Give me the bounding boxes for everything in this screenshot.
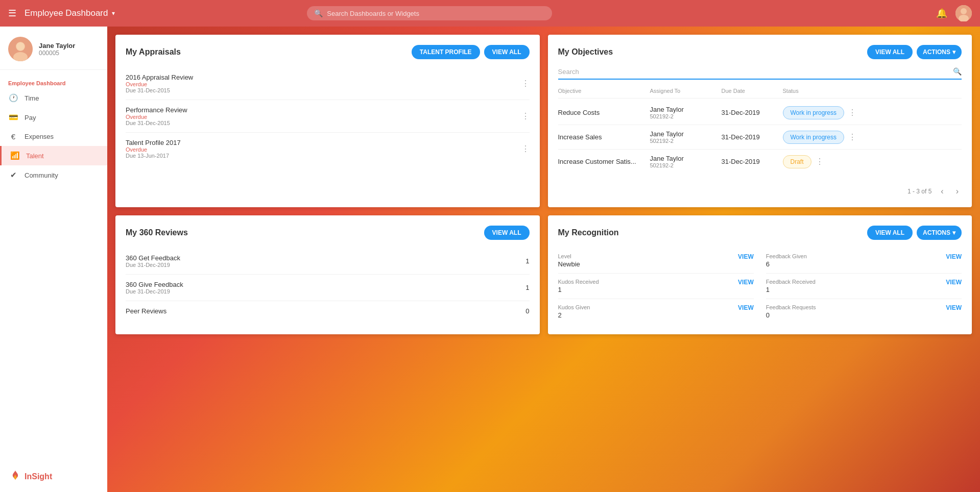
review-row-2: Peer Reviews 0 [126, 301, 530, 321]
kudos-received-value: 1 [558, 286, 599, 293]
status-badge-1: Work in progress [783, 131, 844, 144]
recognition-actions-button[interactable]: ACTIONS ▾ [917, 226, 962, 240]
search-input[interactable] [327, 10, 545, 17]
search-bar: 🔍 [307, 6, 552, 20]
recognition-view-all-button[interactable]: VIEW ALL [867, 226, 913, 240]
objective-due-1: 31-Dec-2019 [722, 133, 783, 141]
recognition-level: Level Newbie VIEW [558, 248, 754, 274]
sidebar-item-community[interactable]: ✔ Community [0, 165, 107, 185]
objectives-actions-button[interactable]: ACTIONS ▾ [917, 45, 962, 59]
talent-profile-button[interactable]: TALENT PROFILE [412, 45, 480, 59]
appraisal-status-1: Overdue [126, 114, 187, 120]
objectives-row-1: Increase Sales Jane Taylor 502192-2 31-D… [558, 125, 962, 150]
feedback-requests-view-link[interactable]: VIEW [946, 304, 962, 311]
objectives-table-header: Objective Assigned To Due Date Status [558, 88, 962, 99]
bell-icon[interactable]: 🔔 [936, 8, 947, 19]
review-name-2: Peer Reviews [126, 307, 166, 315]
svg-point-1 [961, 8, 967, 14]
review-item-2: Peer Reviews [126, 307, 166, 315]
reviews360-view-all-button[interactable]: VIEW ALL [484, 226, 530, 240]
assignee-name-1: Jane Taylor [650, 130, 722, 138]
recognition-feedback-requests-row: Feedback Requests 0 VIEW [766, 304, 962, 319]
objective-assignee-1: Jane Taylor 502192-2 [650, 130, 722, 144]
pagination-next-button[interactable]: › [953, 186, 962, 197]
objectives-actions-label: ACTIONS [923, 48, 950, 56]
reviews360-title: My 360 Reviews [126, 228, 188, 237]
recognition-feedback-received: Feedback Received 1 VIEW [766, 274, 962, 299]
sidebar-item-time[interactable]: 🕐 Time [0, 88, 107, 108]
recognition-kudos-received-row: Kudos Received 1 VIEW [558, 279, 754, 293]
appraisal-menu-0[interactable]: ⋮ [521, 79, 530, 88]
sidebar-user: Jane Taylor 000005 [0, 27, 107, 70]
sidebar-item-talent[interactable]: 📶 Talent [0, 146, 107, 165]
appraisals-card: My Appraisals TALENT PROFILE VIEW ALL 20… [115, 35, 540, 207]
level-view-link[interactable]: VIEW [738, 253, 754, 260]
appraisals-view-all-button[interactable]: VIEW ALL [484, 45, 530, 59]
objective-name-0: Reduce Costs [558, 109, 650, 116]
appraisal-item-0: 2016 Appraisal Review Overdue Due 31-Dec… [126, 73, 193, 93]
feedback-received-view-link[interactable]: VIEW [946, 279, 962, 286]
objective-menu-0[interactable]: ⋮ [848, 108, 856, 117]
recognition-feedback-given-row: Feedback Given 6 VIEW [766, 253, 962, 268]
sidebar-item-expenses[interactable]: € Expenses [0, 127, 107, 146]
menu-icon[interactable]: ☰ [8, 8, 16, 19]
level-value: Newbie [558, 260, 580, 268]
assignee-id-2: 502192-2 [650, 162, 722, 168]
sidebar-item-label-talent: Talent [26, 152, 44, 160]
sidebar-item-pay[interactable]: 💳 Pay [0, 108, 107, 127]
logo-text: InSight [25, 472, 52, 481]
kudos-received-label: Kudos Received [558, 279, 599, 285]
recognition-feedback-given: Feedback Given 6 VIEW [766, 248, 962, 274]
pagination-prev-button[interactable]: ‹ [938, 186, 946, 197]
objectives-search-icon: 🔍 [953, 67, 962, 76]
status-badge-2: Draft [783, 155, 811, 168]
user-avatar[interactable] [955, 5, 972, 21]
objectives-search-input[interactable] [558, 68, 953, 76]
objective-assignee-2: Jane Taylor 502192-2 [650, 155, 722, 168]
feedback-received-label: Feedback Received [766, 279, 816, 285]
appraisal-status-0: Overdue [126, 81, 193, 87]
recognition-kudos-received-info: Kudos Received 1 [558, 279, 599, 293]
review-item-0: 360 Get Feedback Due 31-Dec-2019 [126, 254, 180, 268]
sidebar-avatar [8, 37, 33, 61]
appraisal-name-0: 2016 Appraisal Review [126, 73, 193, 81]
objective-status-1: Work in progress ⋮ [783, 131, 962, 144]
sidebar-user-info: Jane Taylor 000005 [39, 42, 75, 57]
objectives-view-all-button[interactable]: VIEW ALL [867, 45, 913, 59]
col-header-objective: Objective [558, 88, 650, 94]
objective-menu-1[interactable]: ⋮ [848, 132, 856, 142]
kudos-received-view-link[interactable]: VIEW [738, 279, 754, 286]
col-header-status: Status [783, 88, 962, 94]
appraisal-menu-2[interactable]: ⋮ [521, 144, 530, 154]
appraisal-row: Performance Review Overdue Due 31-Dec-20… [126, 100, 530, 133]
pay-icon: 💳 [8, 113, 18, 122]
appraisals-buttons: TALENT PROFILE VIEW ALL [412, 45, 530, 59]
search-icon: 🔍 [314, 9, 323, 17]
community-icon: ✔ [8, 170, 18, 180]
appraisals-title: My Appraisals [126, 47, 181, 57]
objective-assignee-0: Jane Taylor 502192-2 [650, 106, 722, 119]
assignee-id-0: 502192-2 [650, 113, 722, 119]
appraisal-item-2: Talent Profile 2017 Overdue Due 13-Jun-2… [126, 139, 181, 159]
feedback-given-view-link[interactable]: VIEW [946, 253, 962, 260]
recognition-level-info: Level Newbie [558, 253, 580, 268]
review-item-1: 360 Give Feedback Due 31-Dec-2019 [126, 281, 183, 294]
appraisal-item-1: Performance Review Overdue Due 31-Dec-20… [126, 106, 187, 126]
recognition-actions-arrow: ▾ [952, 229, 955, 236]
sidebar-user-id: 000005 [39, 50, 75, 57]
recognition-kudos-given: Kudos Given 2 VIEW [558, 299, 754, 324]
reviews360-card: My 360 Reviews VIEW ALL 360 Get Feedback… [115, 215, 540, 334]
appraisals-header: My Appraisals TALENT PROFILE VIEW ALL [126, 45, 530, 59]
kudos-given-label: Kudos Given [558, 304, 590, 310]
recognition-feedback-received-row: Feedback Received 1 VIEW [766, 279, 962, 293]
recognition-kudos-received: Kudos Received 1 VIEW [558, 274, 754, 299]
objective-menu-2[interactable]: ⋮ [816, 157, 824, 166]
review-row-0: 360 Get Feedback Due 31-Dec-2019 1 [126, 248, 530, 275]
objectives-title: My Objectives [558, 47, 613, 57]
appraisal-menu-1[interactable]: ⋮ [521, 111, 530, 121]
header-title-arrow[interactable]: ▾ [112, 10, 115, 17]
kudos-given-view-link[interactable]: VIEW [738, 304, 754, 311]
sidebar-item-label-community: Community [25, 171, 58, 179]
sidebar-section-label: Employee Dashboard [0, 74, 107, 88]
objectives-row-2: Increase Customer Satis... Jane Taylor 5… [558, 150, 962, 174]
